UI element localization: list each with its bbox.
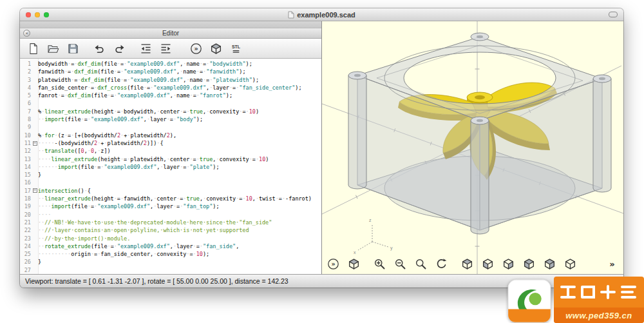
code-text: fanrot·=·dxf_dim(file·=·"example009.dxf"…	[38, 92, 232, 99]
code-text: ··//·layer·contains·an·open·polyline,·wh…	[38, 226, 249, 234]
redo-button[interactable]	[111, 41, 127, 56]
view-bottom-button[interactable]	[562, 256, 578, 272]
view-top-button[interactable]	[459, 256, 475, 272]
line-number: 23	[20, 235, 32, 242]
preview-button[interactable]	[346, 256, 362, 272]
zoom-all-button[interactable]	[413, 256, 429, 272]
open-file-button[interactable]	[45, 41, 61, 56]
save-file-button[interactable]	[65, 41, 80, 56]
fold-gutter	[32, 108, 38, 115]
code-line[interactable]: 12··translate([0,·0,·z])	[20, 147, 321, 155]
fold-gutter	[32, 250, 38, 258]
toolbar-toggle-icon[interactable]	[609, 12, 618, 17]
line-number: 9	[20, 123, 32, 131]
code-line[interactable]: 17−intersection()·{	[20, 187, 321, 195]
code-line[interactable]: 19····import(file·=·"example009.dxf",·la…	[20, 202, 321, 210]
view-left-button[interactable]	[521, 256, 537, 272]
new-file-button[interactable]	[25, 41, 41, 56]
line-number: 13	[20, 155, 32, 163]
more-tools-button[interactable]: »	[604, 256, 620, 272]
origin-axis-label-z: z	[369, 218, 372, 222]
code-line[interactable]: 27	[20, 266, 321, 274]
fold-gutter	[32, 219, 38, 226]
unindent-button[interactable]	[138, 41, 153, 56]
code-line[interactable]: 21··//·NB!·We·have·to·use·the·deprecated…	[20, 219, 321, 226]
window-title: example009.scad	[20, 8, 623, 21]
line-number: 14	[20, 163, 32, 171]
viewport-3d[interactable]: z x y »»	[322, 21, 623, 274]
code-line[interactable]: 4fan_side_center·=·dxf_cross(file·=·"exa…	[20, 84, 321, 92]
viewport-toolbar: »»	[325, 254, 620, 273]
code-text: }	[38, 171, 41, 179]
code-line[interactable]: 26}	[20, 258, 321, 266]
view-right-button[interactable]	[500, 256, 516, 272]
main-area: × Editor »STL 1bodywidth·=·dxf_dim(file·…	[20, 21, 623, 274]
line-number: 24	[20, 242, 32, 250]
view-back-button[interactable]	[542, 256, 558, 272]
code-editor[interactable]: 1bodywidth·=·dxf_dim(file·=·"example009.…	[20, 59, 321, 274]
zoom-out-button[interactable]	[392, 256, 408, 272]
code-line[interactable]: 15}	[20, 171, 321, 179]
render-button[interactable]: »	[325, 256, 341, 272]
code-text: ··import(file·=·"example009.dxf",·layer·…	[38, 115, 203, 123]
fold-marker[interactable]: −	[32, 139, 38, 147]
editor-titlebar[interactable]: × Editor	[20, 28, 321, 39]
code-line[interactable]: 11−·····-(bodywidth/2·+·platewidth/2)])·…	[20, 139, 321, 147]
code-line[interactable]: 6	[20, 99, 321, 107]
code-line[interactable]: 1bodywidth·=·dxf_dim(file·=·"example009.…	[20, 60, 321, 68]
reset-view-button[interactable]	[433, 256, 450, 272]
code-line[interactable]: 18··linear_extrude(height·=·fanwidth,·ce…	[20, 195, 321, 202]
export-stl-button[interactable]: STL	[228, 41, 243, 56]
line-number: 22	[20, 226, 32, 234]
editor-close-button[interactable]: ×	[23, 30, 30, 37]
line-number: 18	[20, 195, 32, 202]
fold-gutter	[32, 99, 38, 107]
code-line[interactable]: 16	[20, 179, 321, 186]
line-number: 21	[20, 219, 32, 226]
code-line[interactable]: 13····linear_extrude(height·=·platewidth…	[20, 155, 321, 163]
origin-axis-label-y: y	[390, 246, 393, 251]
code-line[interactable]: 10%·for·(z·=·[+(bodywidth/2·+·platewidth…	[20, 132, 321, 139]
code-text: ····import(file·=·"example009.dxf",·laye…	[38, 202, 220, 210]
fold-gutter	[32, 211, 38, 219]
preview-button[interactable]	[208, 41, 223, 56]
line-number: 12	[20, 147, 32, 155]
fold-gutter	[32, 266, 38, 274]
code-line[interactable]: 9	[20, 123, 321, 131]
zoom-in-button[interactable]	[372, 256, 388, 272]
view-front-button[interactable]	[480, 256, 496, 272]
code-line[interactable]: 5fanrot·=·dxf_dim(file·=·"example009.dxf…	[20, 92, 321, 99]
window-titlebar[interactable]: example009.scad	[20, 8, 623, 21]
fold-gutter	[32, 155, 38, 163]
watermark-panel: www.ped359.cn	[554, 277, 644, 323]
dock-handle	[20, 21, 321, 28]
fan-model	[348, 33, 611, 234]
render-button[interactable]: »	[188, 41, 204, 56]
code-line[interactable]: 2fanwidth·=·dxf_dim(file·=·"example009.d…	[20, 68, 321, 75]
line-number: 5	[20, 92, 32, 99]
3d-scene[interactable]: z x y	[322, 21, 623, 274]
code-line[interactable]: 14······import(file·=·"example009.dxf",·…	[20, 163, 321, 171]
code-line[interactable]: 23··//·by·the·import()·module.	[20, 235, 321, 242]
code-line[interactable]: 22··//·layer·contains·an·open·polyline,·…	[20, 226, 321, 234]
fold-marker[interactable]: −	[32, 187, 38, 195]
code-line[interactable]: 25··········origin·=·fan_side_center,·co…	[20, 250, 321, 258]
viewport-status-text: Viewport: translate = [ 0.61 -1.31 -2.07…	[25, 277, 289, 285]
code-line[interactable]: 3platewidth·=·dxf_dim(file·=·"example009…	[20, 76, 321, 84]
code-line[interactable]: 8··import(file·=·"example009.dxf",·layer…	[20, 115, 321, 123]
code-text: intersection()·{	[38, 187, 91, 195]
fold-gutter	[32, 84, 38, 92]
code-line[interactable]: 20····	[20, 211, 321, 219]
code-line[interactable]: 24··rotate_extrude(file·=·"example009.dx…	[20, 242, 321, 250]
undo-button[interactable]	[91, 41, 107, 56]
svg-text:»: »	[194, 44, 198, 52]
fold-gutter	[32, 60, 38, 68]
line-number: 1	[20, 60, 32, 68]
watermark-emblem	[554, 277, 644, 308]
fold-gutter	[32, 242, 38, 250]
indent-button[interactable]	[158, 41, 173, 56]
editor-panel: × Editor »STL 1bodywidth·=·dxf_dim(file·…	[20, 21, 322, 274]
fold-gutter	[32, 195, 38, 202]
fold-gutter	[32, 226, 38, 234]
code-line[interactable]: 7%·linear_extrude(height·=·bodywidth,·ce…	[20, 108, 321, 115]
